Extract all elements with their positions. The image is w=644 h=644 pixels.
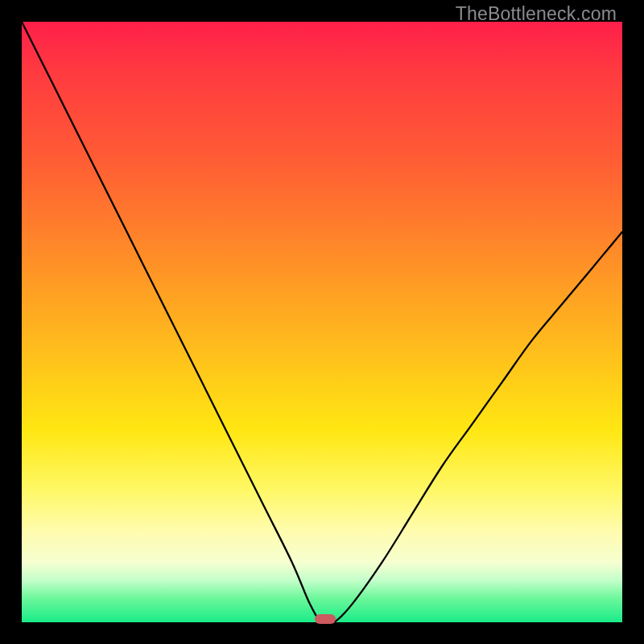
plot-area xyxy=(22,22,622,622)
chart-frame: TheBottleneck.com xyxy=(0,0,644,644)
optimum-marker xyxy=(315,614,336,624)
curve-path xyxy=(22,22,622,625)
bottleneck-curve xyxy=(22,22,622,622)
